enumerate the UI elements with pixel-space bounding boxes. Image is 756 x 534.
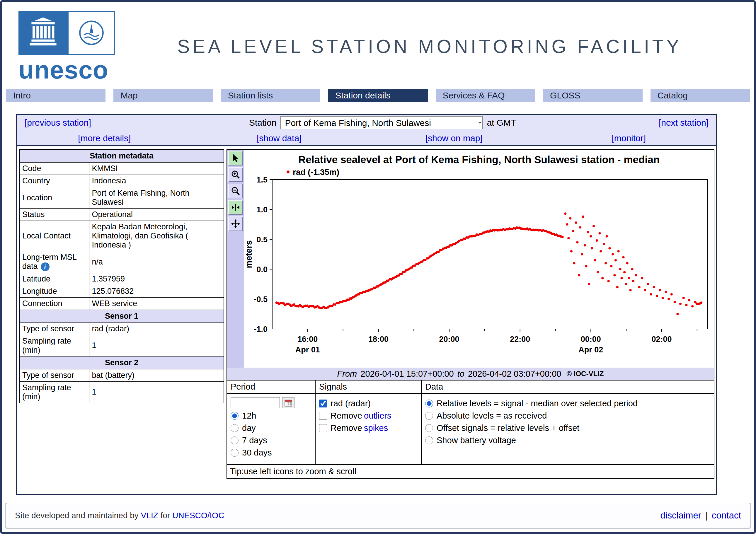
calendar-icon[interactable] xyxy=(282,397,294,408)
toolbar-zoom-extent-button[interactable] xyxy=(228,200,243,215)
unesco-temple-icon xyxy=(18,11,68,55)
station-label: Station xyxy=(249,118,276,128)
tab-station-lists[interactable]: Station lists xyxy=(221,89,320,102)
period-12h-radio[interactable] xyxy=(230,412,238,420)
data-offset-signals-relative-levels-offset-radio[interactable] xyxy=(425,424,433,432)
sealevel-plot[interactable]: 1.51.00.50.0-0.5-1.016:00Apr 0118:0020:0… xyxy=(244,166,713,368)
station-bar: [previous station] Station Port of Kema … xyxy=(17,115,716,131)
metadata-row: Sampling rate (min)1 xyxy=(19,335,224,356)
metadata-row: Sampling rate (min)1 xyxy=(19,381,224,403)
quick-links-row: [more details][show data][show on map][m… xyxy=(17,131,716,146)
data-option[interactable]: Show battery voltage xyxy=(425,436,710,445)
data-option[interactable]: Relative levels = signal - median over s… xyxy=(425,399,710,408)
caption-to-label: to xyxy=(457,369,465,379)
page-title: SEA LEVEL STATION MONITORING FACILITY xyxy=(115,36,750,57)
metadata-row: Latitude1.357959 xyxy=(19,273,224,285)
unesco-ioc-link[interactable]: UNESCO/IOC xyxy=(172,511,224,520)
metadata-label: Longitude xyxy=(19,285,89,297)
metadata-label: Code xyxy=(19,163,89,175)
period-option[interactable]: 7 days xyxy=(230,436,311,445)
metadata-value: rad (radar) xyxy=(89,323,224,335)
svg-text:0.5: 0.5 xyxy=(256,235,267,244)
signal-remove-outliers-checkbox[interactable] xyxy=(319,412,327,420)
svg-text:0.0: 0.0 xyxy=(256,265,267,274)
tab-intro[interactable]: Intro xyxy=(6,89,105,102)
svg-text:Apr 01: Apr 01 xyxy=(295,345,320,354)
metadata-section-header: Sensor 1 xyxy=(19,309,224,323)
signal-option[interactable]: Remove outliers xyxy=(319,411,418,421)
metadata-row: Local ContactKepala Badan Meteorologi, K… xyxy=(19,221,224,251)
metadata-row: CodeKMMSI xyxy=(19,163,224,175)
metadata-value: Port of Kema Fishing, North Sulawesi xyxy=(89,187,224,208)
period-option[interactable]: day xyxy=(230,423,311,433)
period-label: 12h xyxy=(242,411,256,421)
tab-map[interactable]: Map xyxy=(113,89,213,102)
metadata-label: Long-term MSL datai xyxy=(19,251,89,273)
period-option[interactable]: 30 days xyxy=(230,448,311,458)
data-relative-levels-signal-median-over-selected-period-radio[interactable] xyxy=(425,400,433,408)
signal-option[interactable]: Remove spikes xyxy=(319,423,418,433)
station-select[interactable]: Port of Kema Fishing, North Sulawesi xyxy=(281,116,483,129)
metadata-label: Local Contact xyxy=(19,221,89,251)
svg-text:Apr 02: Apr 02 xyxy=(579,345,603,354)
metadata-row: ConnectionWEB service xyxy=(19,297,224,309)
tip-text: Tip:use left icons to zoom & scroll xyxy=(227,464,714,478)
data-absolute-levels-as-received-radio[interactable] xyxy=(425,412,433,420)
tab-services-faq[interactable]: Services & FAQ xyxy=(436,89,535,102)
svg-text:-1.0: -1.0 xyxy=(254,325,267,334)
caption-start-datetime: 2026-04-01 15:07+00:00 xyxy=(361,369,454,379)
toolbar-zoom-in-button[interactable] xyxy=(228,167,243,182)
main-panel: [previous station] Station Port of Kema … xyxy=(16,114,717,495)
metadata-row: Type of sensorbat (battery) xyxy=(19,369,224,381)
data-label: Relative levels = signal - median over s… xyxy=(437,399,637,408)
signal-remove-spikes-checkbox[interactable] xyxy=(319,424,327,432)
info-icon[interactable]: i xyxy=(41,262,49,271)
unesco-logo: unesco xyxy=(6,11,115,82)
gmt-label: at GMT xyxy=(487,118,516,128)
period-7-days-radio[interactable] xyxy=(230,437,238,444)
chart-toolbar xyxy=(227,150,244,368)
spikes-link[interactable]: spikes xyxy=(364,423,388,433)
vliz-link[interactable]: VLIZ xyxy=(141,511,158,520)
disclaimer-link[interactable]: disclaimer xyxy=(660,510,701,521)
previous-station-link[interactable]: [previous station] xyxy=(25,118,91,128)
tab-station-details[interactable]: Station details xyxy=(328,89,427,102)
next-station-link[interactable]: [next station] xyxy=(659,118,709,128)
more-details-link[interactable]: [more details] xyxy=(17,133,192,143)
data-show-battery-voltage-radio[interactable] xyxy=(425,437,433,444)
toolbar-zoom-out-button[interactable] xyxy=(228,184,243,198)
signal-rad-radar-checkbox[interactable] xyxy=(319,400,327,408)
tab-catalog[interactable]: Catalog xyxy=(651,89,750,102)
data-header: Data xyxy=(422,381,714,394)
period-date-input[interactable] xyxy=(230,397,280,408)
monitor-link[interactable]: [monitor] xyxy=(542,133,716,143)
metadata-value: Kepala Badan Meteorologi, Klimatologi, d… xyxy=(89,221,224,251)
ioc-logo-icon xyxy=(68,11,115,55)
metadata-section-header: Sensor 2 xyxy=(19,356,224,369)
period-day-radio[interactable] xyxy=(230,424,238,432)
chart-caption: From 2026-04-01 15:07+00:00 to 2026-04-0… xyxy=(227,368,714,380)
metadata-row: CountryIndonesia xyxy=(19,175,224,187)
toolbar-pointer-button[interactable] xyxy=(228,151,243,166)
toolbar-pan-button[interactable] xyxy=(228,217,243,231)
metadata-value: bat (battery) xyxy=(89,369,224,381)
svg-text:22:00: 22:00 xyxy=(510,335,530,344)
signal-option[interactable]: rad (radar) xyxy=(319,399,418,408)
metadata-value: KMMSI xyxy=(89,163,224,175)
signals-header: Signals xyxy=(315,381,421,394)
data-option[interactable]: Absolute levels = as received xyxy=(425,411,710,421)
page: unesco SEA LEVEL STATION MONITORING FACI… xyxy=(0,0,756,534)
outliers-link[interactable]: outliers xyxy=(364,411,392,421)
period-30-days-radio[interactable] xyxy=(230,449,238,457)
data-option[interactable]: Offset signals = relative levels + offse… xyxy=(425,423,710,433)
svg-text:02:00: 02:00 xyxy=(651,335,672,344)
show-on-map-link[interactable]: [show on map] xyxy=(366,133,542,143)
metadata-value: n/a xyxy=(89,251,224,273)
metadata-value: WEB service xyxy=(89,297,224,309)
tab-gloss[interactable]: GLOSS xyxy=(543,89,642,102)
period-option[interactable]: 12h xyxy=(230,411,311,421)
footer: Site developed and maintained by VLIZ fo… xyxy=(6,503,750,528)
show-data-link[interactable]: [show data] xyxy=(192,133,367,143)
contact-link[interactable]: contact xyxy=(712,510,741,521)
metadata-table: Station metadataCodeKMMSICountryIndonesi… xyxy=(19,149,224,403)
